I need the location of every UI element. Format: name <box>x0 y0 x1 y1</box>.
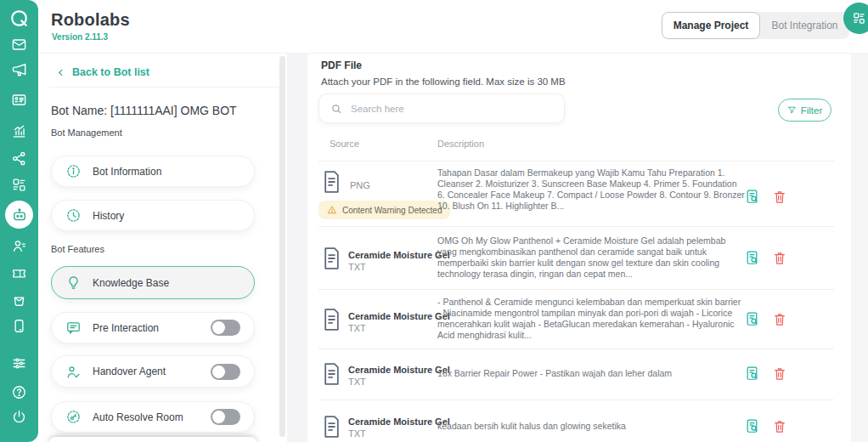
divider <box>318 161 834 162</box>
row-description: - Panthenol & Ceramide mengunci kelembab… <box>437 297 745 341</box>
menu-knowledge-base-label: Knowledge Base <box>93 277 169 289</box>
bot-name-label: Bot Name: [1111111AAI] OMG BOT <box>51 104 237 117</box>
rail-item-mobile[interactable] <box>0 318 38 334</box>
delete-document-button[interactable] <box>773 419 786 434</box>
app-version: Version 2.11.3 <box>52 32 108 42</box>
file-icon <box>320 246 343 271</box>
section-bot-features: Bot Features <box>51 244 104 254</box>
divider <box>318 348 834 349</box>
menu-knowledge-base[interactable]: Knowledge Base <box>51 266 255 299</box>
rail-item-help[interactable] <box>0 384 38 400</box>
menu-bot-information[interactable]: Bot Information <box>51 156 255 187</box>
next-menu-item-partial <box>49 437 256 442</box>
delete-document-button[interactable] <box>773 366 786 382</box>
rail-item-apps[interactable] <box>0 177 38 193</box>
icon-rail <box>0 0 38 442</box>
file-icon <box>320 169 343 195</box>
rail-item-settings[interactable] <box>0 355 38 371</box>
view-document-button[interactable] <box>745 189 759 205</box>
filter-button[interactable]: Filter <box>778 99 831 122</box>
delete-document-button[interactable] <box>773 190 786 205</box>
info-icon <box>65 163 82 179</box>
content-warning-label: Content Warning Detected <box>342 206 442 215</box>
row-description: keadaan bersih kulit halus dan glowing s… <box>437 421 745 432</box>
view-document-button[interactable] <box>745 250 759 266</box>
rail-item-contacts-card[interactable] <box>0 92 38 108</box>
search-input[interactable] <box>349 103 564 115</box>
contact-icon <box>11 238 27 254</box>
robolabs-app: Robolabs Version 2.11.3 Manage Project B… <box>0 0 868 442</box>
rail-item-logout[interactable] <box>0 409 38 425</box>
delete-document-button[interactable] <box>773 251 786 266</box>
pdf-file-subtitle: Attach your PDF in the following field. … <box>321 76 566 87</box>
menu-history[interactable]: History <box>51 200 255 231</box>
chat-bubble-icon <box>65 320 82 336</box>
pre-interaction-toggle[interactable] <box>211 320 240 336</box>
row-description: OMG Oh My Glow Panthenol + Ceramide Mois… <box>437 235 745 280</box>
menu-handover-agent-label: Handover Agent <box>93 366 166 377</box>
filter-funnel-icon <box>787 105 797 115</box>
ticket-icon <box>11 265 27 281</box>
menu-handover-agent[interactable]: Handover Agent <box>51 355 255 388</box>
left-panel-scrollbar[interactable] <box>279 56 285 437</box>
history-clock-icon <box>65 207 82 224</box>
row-source-name: Ceramide Moisture Gel <box>348 250 450 260</box>
search-icon <box>330 103 342 115</box>
search-box <box>318 94 565 123</box>
menu-auto-resolve-room[interactable]: Auto Resolve Room <box>51 401 255 433</box>
auto-resolve-icon <box>65 409 82 425</box>
help-icon <box>11 384 27 400</box>
view-document-button[interactable] <box>745 311 759 327</box>
rail-item-analytics[interactable] <box>0 123 38 139</box>
sliders-icon <box>11 355 27 371</box>
tab-manage-project-label: Manage Project <box>674 20 749 31</box>
auto-resolve-room-toggle[interactable] <box>211 409 240 425</box>
megaphone-icon <box>11 61 28 78</box>
menu-bot-information-label: Bot Information <box>93 166 161 178</box>
file-icon <box>320 361 343 387</box>
mobile-icon <box>11 318 27 334</box>
row-source-name: Ceramide Moisture Gel <box>348 365 450 375</box>
tab-bot-integration-label: Bot Integration <box>771 20 837 31</box>
divider <box>318 289 834 290</box>
view-document-button[interactable] <box>745 366 759 382</box>
share-network-icon <box>11 150 27 167</box>
section-bot-management: Bot Management <box>51 128 122 138</box>
active-rail-highlight <box>5 201 33 229</box>
chat-logo-icon <box>9 8 29 28</box>
handover-agent-toggle[interactable] <box>211 364 240 380</box>
agent-check-icon <box>65 364 82 380</box>
row-description: Tahapan Dasar dalam Bermakeup yang Wajib… <box>437 167 745 212</box>
rail-item-broadcast[interactable] <box>0 61 38 78</box>
row-source-name: PNG <box>350 180 370 190</box>
pdf-file-title: PDF File <box>321 60 362 71</box>
tab-manage-project[interactable]: Manage Project <box>662 12 760 39</box>
grid-apps-icon <box>11 177 27 193</box>
right-gutter <box>851 53 868 442</box>
row-source-type: TXT <box>348 323 366 333</box>
back-to-bot-list-label: Back to Bot list <box>72 66 149 78</box>
view-document-button[interactable] <box>745 418 759 434</box>
menu-pre-interaction-label: Pre Interaction <box>93 322 159 334</box>
rail-item-agents[interactable] <box>0 238 38 254</box>
rail-item-integrations[interactable] <box>0 150 38 167</box>
tab-bot-integration[interactable]: Bot Integration <box>760 12 849 39</box>
rail-item-mail[interactable] <box>0 37 38 53</box>
content-warning-badge: Content Warning Detected <box>318 201 450 219</box>
grid-apps-icon <box>852 11 866 26</box>
row-source-name: Ceramide Moisture Gel <box>348 416 450 427</box>
rail-item-home[interactable] <box>0 8 38 28</box>
row-source-type: TXT <box>348 262 366 272</box>
rail-item-tickets[interactable] <box>0 265 38 281</box>
back-to-bot-list-link[interactable]: Back to Bot list <box>56 66 149 78</box>
divider <box>318 226 834 227</box>
column-header-description: Description <box>437 139 484 149</box>
rail-item-inbox[interactable] <box>0 292 38 308</box>
row-description: 16x Barrier Repair Power - Pastikan waja… <box>437 368 745 379</box>
apps-launcher-button[interactable] <box>843 3 868 34</box>
row-source-name: Ceramide Moisture Gel <box>348 311 450 321</box>
robot-icon <box>11 207 28 224</box>
divider <box>318 400 834 400</box>
menu-pre-interaction[interactable]: Pre Interaction <box>51 312 255 343</box>
delete-document-button[interactable] <box>773 312 786 327</box>
